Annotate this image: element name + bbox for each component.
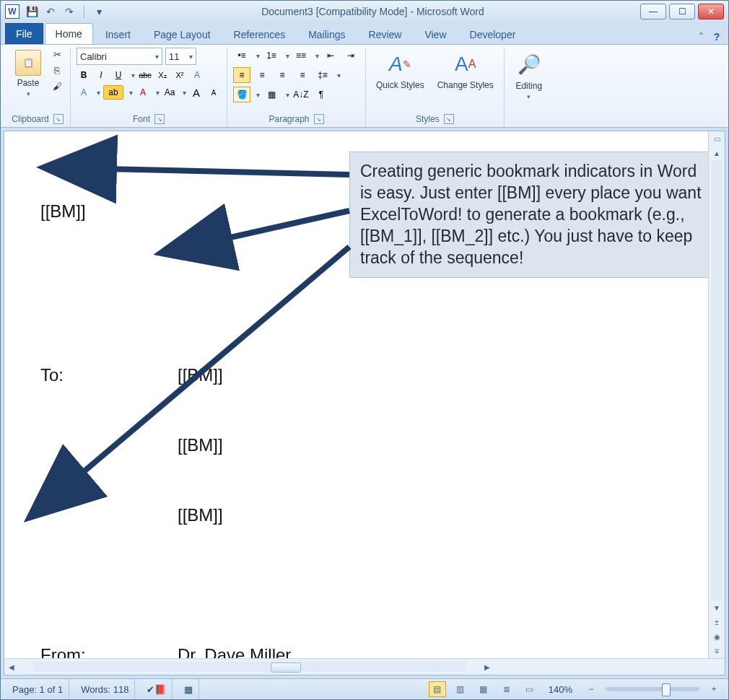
next-page-icon[interactable]: ∓ [710,644,724,658]
justify-icon[interactable]: ≡ [294,67,311,83]
copy-icon[interactable]: ⎘ [50,64,64,76]
paste-button[interactable]: 📋 Paste ▾ [11,48,45,100]
minimize-button[interactable]: — [640,4,666,19]
font-name-combo[interactable]: Calibri▾ [77,48,162,65]
numbering-icon[interactable]: 1≡ [263,48,280,64]
underline-button[interactable]: U [111,70,126,80]
font-color-a-icon[interactable]: A [77,86,91,99]
zoom-level[interactable]: 140% [549,684,572,695]
maximize-button[interactable]: ☐ [669,4,695,19]
tab-page-layout[interactable]: Page Layout [143,24,222,44]
app-window: W 💾 ↶ ↷ ▾ Document3 [Compatibility Mode]… [0,0,729,700]
case-dd[interactable]: ▾ [183,89,186,97]
font-size-combo[interactable]: 11▾ [165,48,196,65]
minimize-ribbon-icon[interactable]: ˄ [694,30,708,44]
to-value-3[interactable]: [[BM]] [178,504,223,527]
show-hide-icon[interactable]: ¶ [313,87,330,102]
line-spacing-icon[interactable]: ‡≡ [314,67,331,83]
proofing-icon[interactable]: ✔📕 [141,679,173,699]
tab-file[interactable]: File [5,23,43,44]
status-page[interactable]: Page: 1 of 1 [6,679,69,699]
document-viewport[interactable]: [[BM]] To:[[BM]] [[BM]] [[BM]] From:Dr. … [4,131,725,658]
highlight-dd[interactable]: ▾ [129,89,133,97]
subscript-button[interactable]: X₂ [155,71,170,80]
bullets-icon[interactable]: •≡ [233,48,250,64]
zoom-thumb[interactable] [662,683,671,696]
browse-object-icon[interactable]: ◉ [710,629,724,644]
save-icon[interactable]: 💾 [25,5,38,18]
undo-icon[interactable]: ↶ [44,5,57,18]
decrease-indent-icon[interactable]: ⇤ [322,48,339,64]
paragraph-dialog-launcher[interactable]: ↘ [314,114,324,124]
bold-button[interactable]: B [77,70,91,80]
styles-dialog-launcher[interactable]: ↘ [444,114,454,124]
outline-view-icon[interactable]: ≣ [498,681,515,697]
horizontal-scrollbar[interactable]: ◀ ▶ [4,658,725,675]
group-styles: A✎ Quick Styles AA Change Styles Styles↘ [365,48,504,127]
tab-references[interactable]: References [223,24,297,44]
borders-icon[interactable]: ▦ [263,87,280,102]
fullscreen-reading-view-icon[interactable]: ▥ [452,681,469,697]
quick-styles-button[interactable]: A✎ Quick Styles [372,48,429,92]
font-dialog-launcher[interactable]: ↘ [154,114,165,124]
help-icon[interactable]: ? [710,30,724,44]
tab-insert[interactable]: Insert [95,24,141,44]
scroll-track[interactable] [711,160,723,600]
tab-home[interactable]: Home [45,23,93,44]
zoom-in-button[interactable]: + [705,681,723,697]
hscroll-thumb[interactable] [271,662,301,673]
strike-button[interactable]: abc [138,71,152,79]
tab-mailings[interactable]: Mailings [297,24,356,44]
redo-icon[interactable]: ↷ [63,5,76,18]
shading-icon[interactable]: 🪣 [233,87,250,102]
align-right-icon[interactable]: ≡ [274,67,291,83]
split-icon[interactable]: ▭ [710,131,724,146]
to-value-2[interactable]: [[BM]] [178,434,223,457]
tab-view[interactable]: View [414,24,457,44]
vertical-scrollbar[interactable]: ▭ ▲ ▼ ± ◉ ∓ [708,131,725,658]
font-color-dd[interactable]: ▾ [156,89,160,97]
to-label[interactable]: To: [40,364,178,387]
print-layout-view-icon[interactable]: ▤ [429,681,446,697]
italic-button[interactable]: I [94,70,108,80]
format-painter-icon[interactable]: 🖌 [50,79,64,92]
editing-button[interactable]: 🔎 Editing ▾ [510,48,548,102]
tab-developer[interactable]: Developer [459,24,527,44]
scroll-down-icon[interactable]: ▼ [710,600,724,615]
tab-review[interactable]: Review [358,24,413,44]
change-styles-button[interactable]: AA Change Styles [433,48,498,92]
text-effects-icon[interactable]: A [190,69,204,82]
font-color-button[interactable]: A [136,86,150,99]
superscript-button[interactable]: X² [173,71,187,79]
clipboard-dialog-launcher[interactable]: ↘ [53,114,64,124]
macro-rec-icon[interactable]: ▦ [178,679,199,699]
scroll-left-icon[interactable]: ◀ [4,660,19,674]
zoom-slider[interactable] [606,687,699,691]
app-icon: W [5,4,19,19]
from-value-1[interactable]: Dr. Dave Miller [178,644,291,658]
increase-indent-icon[interactable]: ⇥ [342,48,359,64]
highlight-button[interactable]: ab [103,85,123,100]
align-left-icon[interactable]: ≡ [233,67,250,83]
multilevel-icon[interactable]: ≡≡ [292,48,310,64]
underline-dd-icon[interactable]: ▾ [131,71,135,79]
close-button[interactable]: ✕ [698,4,724,19]
sort-icon[interactable]: A↓Z [292,87,310,102]
prev-page-icon[interactable]: ± [710,615,724,629]
change-case-button[interactable]: Aa [162,86,177,99]
zoom-out-button[interactable]: − [582,681,600,697]
scroll-up-icon[interactable]: ▲ [710,146,724,160]
align-center-icon[interactable]: ≡ [253,67,271,83]
scroll-right-icon[interactable]: ▶ [480,660,494,674]
shrink-font-button[interactable]: A [206,86,221,99]
web-layout-view-icon[interactable]: ▦ [475,681,492,697]
hscroll-track[interactable] [33,662,466,672]
to-value-1[interactable]: [[BM]] [178,364,223,387]
from-label[interactable]: From: [40,644,178,658]
qat-customize-icon[interactable]: ▾ [92,5,105,18]
font-color-a-dd[interactable]: ▾ [97,89,100,97]
draft-view-icon[interactable]: ▭ [521,681,538,697]
status-words[interactable]: Words: 118 [75,679,135,699]
cut-icon[interactable]: ✂ [50,48,64,61]
grow-font-button[interactable]: A [189,86,204,99]
